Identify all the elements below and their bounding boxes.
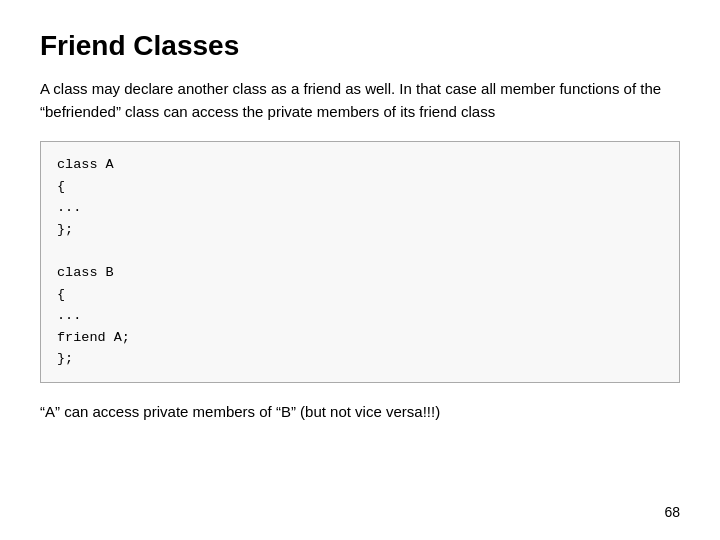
page-number: 68 bbox=[664, 504, 680, 520]
code-line-6: class B bbox=[57, 262, 663, 284]
code-line-3: ... bbox=[57, 197, 663, 219]
code-line-4: }; bbox=[57, 219, 663, 241]
code-block: class A { ... }; class B { ... friend A;… bbox=[40, 141, 680, 383]
description-text: A class may declare another class as a f… bbox=[40, 78, 680, 123]
code-line-10: }; bbox=[57, 348, 663, 370]
page-title: Friend Classes bbox=[40, 30, 680, 62]
code-line-9: friend A; bbox=[57, 327, 663, 349]
conclusion-text: “A” can access private members of “B” (b… bbox=[40, 401, 680, 424]
code-line-1: class A bbox=[57, 154, 663, 176]
code-line-5 bbox=[57, 240, 663, 262]
code-line-2: { bbox=[57, 176, 663, 198]
code-line-7: { bbox=[57, 284, 663, 306]
code-line-8: ... bbox=[57, 305, 663, 327]
